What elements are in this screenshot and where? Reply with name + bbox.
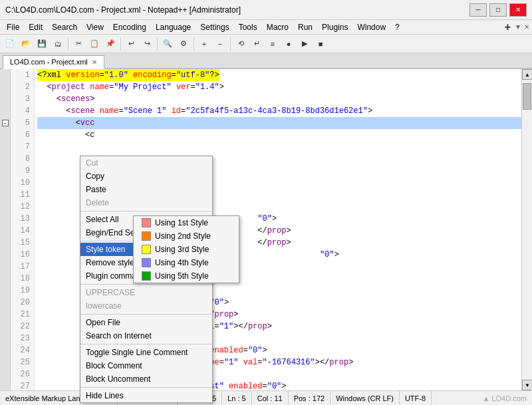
dropdown-arrow[interactable]: ▼ — [515, 23, 521, 31]
ctx-search-label: Search on Internet — [86, 331, 152, 340]
line-num-17: 17 — [15, 261, 30, 273]
indent-button[interactable]: ≡ — [265, 37, 280, 51]
line-num-15: 15 — [15, 237, 30, 249]
menu-settings[interactable]: Settings — [196, 21, 233, 33]
replace-button[interactable]: ⚙ — [176, 37, 191, 51]
line-num-24: 24 — [15, 344, 30, 356]
cut-button[interactable]: ✂ — [71, 37, 86, 51]
ctx-uppercase: UPPERCASE — [80, 286, 212, 299]
style-2-color — [142, 231, 151, 241]
style-3-label: Using 3rd Style — [155, 245, 209, 254]
menu-encoding[interactable]: Encoding — [109, 21, 150, 33]
undo-button[interactable]: ↩ — [124, 37, 138, 51]
ctx-block-comment-label: Block Comment — [86, 361, 142, 370]
logo-text: ▲ LO4D.com — [482, 394, 527, 402]
minimize-button[interactable]: ─ — [469, 3, 487, 17]
status-col: Col : 11 — [252, 391, 289, 405]
scroll-up-button[interactable]: ▲ — [522, 69, 532, 80]
macro-stop-button[interactable]: ■ — [313, 37, 328, 51]
open-button[interactable]: 📂 — [19, 37, 33, 51]
macro-play-button[interactable]: ▶ — [297, 37, 312, 51]
menu-macro[interactable]: Macro — [263, 21, 293, 33]
ctx-paste[interactable]: Paste — [80, 183, 212, 196]
scroll-down-button[interactable]: ▼ — [522, 380, 532, 390]
status-ln: Ln : 5 — [222, 391, 252, 405]
close-button[interactable]: ✕ — [509, 3, 527, 17]
sync-button[interactable]: ⟲ — [233, 37, 248, 51]
menu-window[interactable]: Window — [353, 21, 390, 33]
ctx-hide-lines[interactable]: Hide Lines — [80, 389, 212, 402]
copy-button[interactable]: 📋 — [87, 37, 102, 51]
code-line-6: <c — [37, 129, 529, 141]
zoom-in-button[interactable]: + — [197, 37, 211, 51]
scroll-track[interactable] — [522, 80, 532, 380]
code-line-5: <vcc — [37, 117, 529, 129]
code-line-2: <project name="My Project" ver="1.4"> — [37, 81, 529, 93]
margin-line-18 — [0, 273, 10, 285]
tab-close-button[interactable]: ✕ — [92, 59, 97, 66]
ctx-style-token-label: Style token — [86, 245, 125, 254]
menu-plugins[interactable]: Plugins — [318, 21, 352, 33]
submenu-style-2[interactable]: Using 2nd Style — [134, 229, 239, 243]
ctx-open-file-label: Open File — [86, 318, 120, 327]
window-controls: ─ □ ✕ — [469, 3, 527, 17]
plus-button[interactable]: + — [502, 21, 513, 33]
ctx-delete-label: Delete — [86, 198, 109, 207]
macro-rec-button[interactable]: ● — [281, 37, 296, 51]
sep2 — [120, 37, 121, 51]
more-button[interactable]: ✕ — [524, 23, 529, 31]
ctx-remove-style-label: Remove style — [86, 258, 134, 267]
margin-line-27 — [0, 380, 10, 392]
tab-project-xml[interactable]: LO4D.com - Project.xml ✕ — [3, 55, 104, 69]
style-3-color — [142, 245, 151, 254]
margin-line-24 — [0, 344, 10, 356]
redo-button[interactable]: ↪ — [140, 37, 154, 51]
maximize-button[interactable]: □ — [489, 3, 507, 17]
ctx-cut: Cut — [80, 156, 212, 170]
fold-icon-5[interactable]: − — [2, 120, 9, 126]
submenu-style-5[interactable]: Using 5th Style — [134, 269, 239, 283]
ctx-block-comment[interactable]: Block Comment — [80, 359, 212, 372]
find-button[interactable]: 🔍 — [160, 37, 175, 51]
vertical-scrollbar[interactable]: ▲ ▼ — [521, 69, 532, 390]
line-num-11: 11 — [15, 189, 30, 201]
menu-language[interactable]: Language — [152, 21, 195, 33]
ctx-open-file[interactable]: Open File — [80, 316, 212, 329]
ctx-search-internet[interactable]: Search on Internet — [80, 329, 212, 342]
line-num-23: 23 — [15, 333, 30, 344]
style-4-label: Using 4th Style — [155, 258, 209, 267]
paste-button[interactable]: 📌 — [103, 37, 118, 51]
save-button[interactable]: 💾 — [35, 37, 49, 51]
submenu-style-1[interactable]: Using 1st Style — [134, 216, 239, 229]
line-num-26: 26 — [15, 368, 30, 380]
margin-line-15 — [0, 237, 10, 249]
ctx-sep-6 — [80, 387, 212, 388]
submenu-style-4[interactable]: Using 4th Style — [134, 256, 239, 269]
submenu-style-3[interactable]: Using 3rd Style — [134, 243, 239, 256]
wrap-button[interactable]: ↵ — [249, 37, 264, 51]
menu-tools[interactable]: Tools — [235, 21, 261, 33]
zoom-out-button[interactable]: − — [213, 37, 227, 51]
menu-bar: File Edit Search View Encoding Language … — [0, 20, 532, 35]
margin-line-26 — [0, 368, 10, 380]
style-1-label: Using 1st Style — [155, 218, 208, 227]
style-4-color — [142, 258, 151, 267]
menu-edit[interactable]: Edit — [25, 21, 47, 33]
line-num-6: 6 — [15, 129, 30, 141]
toolbar: 📄 📂 💾 🗂 ✂ 📋 📌 ↩ ↪ 🔍 ⚙ + − ⟲ ↵ ≡ ● ▶ ■ — [0, 35, 532, 53]
menu-run[interactable]: Run — [294, 21, 317, 33]
ctx-toggle-comment[interactable]: Toggle Single Line Comment — [80, 346, 212, 359]
save-all-button[interactable]: 🗂 — [51, 37, 65, 51]
new-button[interactable]: 📄 — [3, 37, 17, 51]
menu-file[interactable]: File — [3, 21, 23, 33]
menu-view[interactable]: View — [82, 21, 108, 33]
ctx-block-uncomment[interactable]: Block Uncomment — [80, 372, 212, 386]
menu-search[interactable]: Search — [48, 21, 81, 33]
margin-line-11 — [0, 189, 10, 201]
code-line-3: <scenes> — [37, 93, 529, 105]
style-1-color — [142, 218, 151, 227]
ctx-copy[interactable]: Copy — [80, 170, 212, 183]
menu-help[interactable]: ? — [391, 21, 404, 33]
scroll-thumb[interactable] — [523, 83, 531, 110]
line-num-21: 21 — [15, 309, 30, 321]
